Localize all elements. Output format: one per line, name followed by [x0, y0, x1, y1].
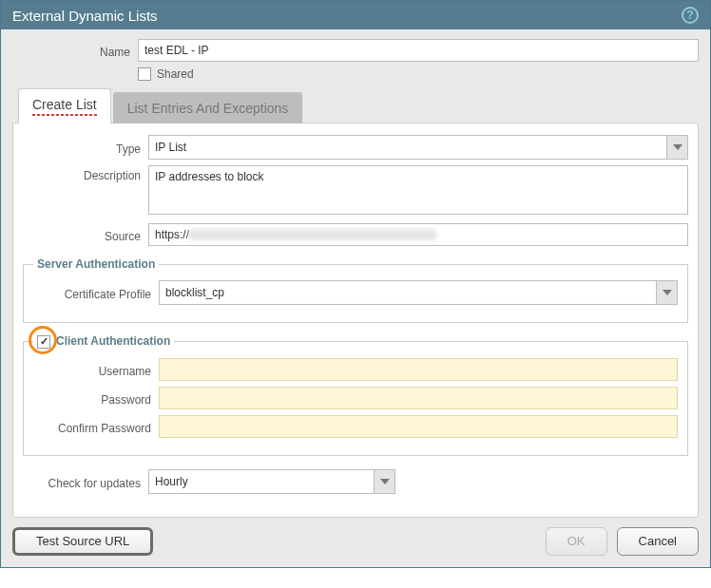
- tabs: Create List List Entries And Exceptions: [12, 88, 699, 123]
- description-label: Description: [23, 165, 148, 182]
- titlebar: External Dynamic Lists ?: [1, 1, 710, 29]
- password-label: Password: [33, 389, 159, 407]
- test-source-url-button[interactable]: Test Source URL: [12, 527, 153, 556]
- updates-label: Check for updates: [23, 473, 148, 490]
- dialog: External Dynamic Lists ? Name Shared Cre…: [0, 0, 711, 568]
- cert-profile-label: Certificate Profile: [33, 284, 159, 301]
- password-input[interactable]: [159, 387, 678, 409]
- username-input[interactable]: [159, 358, 678, 381]
- cert-profile-select[interactable]: blocklist_cp: [159, 280, 678, 305]
- server-auth-group: Server Authentication Certificate Profil…: [23, 257, 688, 323]
- confirm-password-label: Confirm Password: [33, 418, 159, 435]
- name-label: Name: [12, 42, 138, 59]
- tab-list-entries-label: List Entries And Exceptions: [127, 101, 289, 116]
- shared-label: Shared: [157, 67, 194, 81]
- type-label: Type: [23, 139, 148, 156]
- source-input[interactable]: https://: [148, 223, 688, 246]
- client-auth-group: Client Authentication Username Password …: [23, 334, 688, 456]
- username-label: Username: [33, 361, 159, 378]
- cert-profile-value: blocklist_cp: [160, 286, 656, 299]
- type-select[interactable]: IP List: [148, 135, 688, 160]
- ok-label: OK: [567, 534, 586, 548]
- updates-value: Hourly: [149, 475, 374, 488]
- tab-create-list[interactable]: Create List: [18, 88, 111, 123]
- source-label: Source: [23, 226, 148, 243]
- tab-list-entries[interactable]: List Entries And Exceptions: [113, 92, 303, 123]
- chevron-down-icon: [374, 470, 394, 493]
- name-input[interactable]: [138, 39, 699, 62]
- updates-select[interactable]: Hourly: [148, 469, 395, 494]
- dialog-title: External Dynamic Lists: [12, 8, 158, 24]
- chevron-down-icon: [656, 281, 677, 304]
- ok-button[interactable]: OK: [546, 527, 607, 556]
- confirm-password-input[interactable]: [159, 415, 678, 438]
- test-source-url-label: Test Source URL: [36, 534, 129, 548]
- client-auth-checkbox[interactable]: [37, 335, 50, 349]
- shared-checkbox[interactable]: [138, 67, 151, 81]
- type-value: IP List: [149, 141, 666, 154]
- source-prefix: https://: [155, 228, 189, 241]
- tab-panel-create-list: Type IP List Description IP addresses to…: [12, 123, 699, 518]
- chevron-down-icon: [666, 136, 687, 159]
- server-auth-legend: Server Authentication: [33, 257, 159, 271]
- button-row: Test Source URL OK Cancel: [1, 518, 710, 567]
- client-auth-legend-row: Client Authentication: [33, 334, 174, 349]
- help-icon[interactable]: ?: [682, 7, 699, 24]
- cancel-button[interactable]: Cancel: [617, 527, 699, 556]
- dialog-body: Name Shared Create List List Entries And…: [1, 29, 710, 518]
- source-redacted: [189, 229, 436, 240]
- client-auth-legend: Client Authentication: [56, 334, 170, 348]
- cancel-label: Cancel: [639, 534, 677, 548]
- tab-create-list-label: Create List: [32, 97, 97, 112]
- description-input[interactable]: IP addresses to block: [148, 165, 688, 215]
